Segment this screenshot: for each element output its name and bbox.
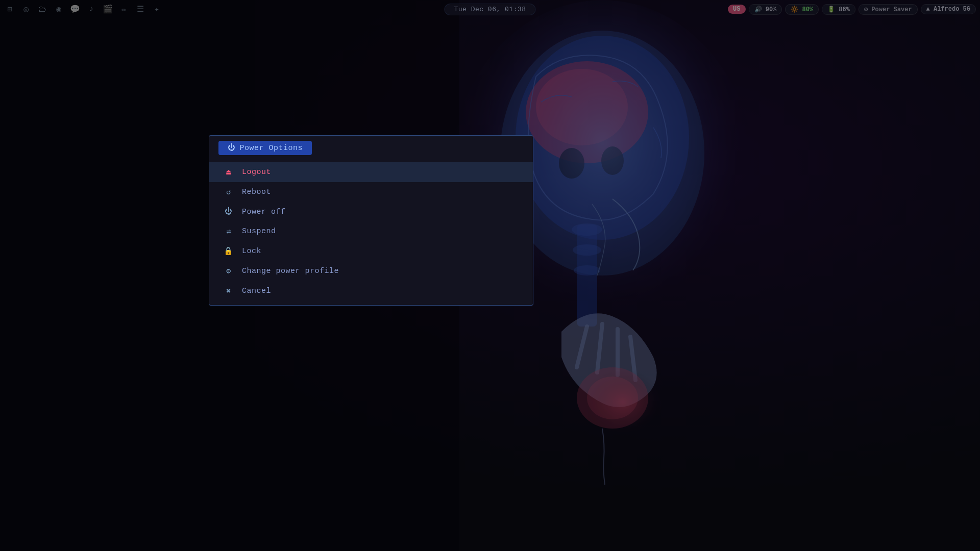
power-icon: ⏻	[228, 143, 236, 153]
suspend-icon: ⇌	[224, 227, 234, 236]
dialog-item-logout[interactable]: ⏏Logout	[209, 162, 533, 182]
dialog-items-list: ⏏Logout↺Reboot⏻Power off⇌Suspend🔒Lock⚙Ch…	[209, 161, 533, 305]
lock-label: Lock	[242, 247, 261, 256]
reboot-label: Reboot	[242, 188, 271, 196]
profile-icon: ⚙	[224, 266, 234, 276]
power-options-title: ⏻ Power Options	[218, 141, 312, 155]
dialog-item-poweroff[interactable]: ⏻Power off	[209, 202, 533, 221]
lock-icon: 🔒	[224, 246, 234, 256]
logout-label: Logout	[242, 168, 271, 177]
reboot-icon: ↺	[224, 187, 234, 197]
dialog-title-bar: ⏻ Power Options	[209, 136, 533, 161]
cancel-label: Cancel	[242, 287, 271, 295]
power-options-dialog: ⏻ Power Options ⏏Logout↺Reboot⏻Power off…	[209, 135, 533, 306]
dialog-title-text: Power Options	[240, 144, 303, 153]
dialog-item-lock[interactable]: 🔒Lock	[209, 241, 533, 261]
suspend-label: Suspend	[242, 227, 276, 236]
dialog-item-profile[interactable]: ⚙Change power profile	[209, 261, 533, 281]
profile-label: Change power profile	[242, 267, 339, 276]
dialog-item-suspend[interactable]: ⇌Suspend	[209, 221, 533, 241]
dialog-item-reboot[interactable]: ↺Reboot	[209, 182, 533, 202]
logout-icon: ⏏	[224, 167, 234, 177]
poweroff-icon: ⏻	[224, 207, 234, 216]
dialog-item-cancel[interactable]: ✖Cancel	[209, 281, 533, 301]
poweroff-label: Power off	[242, 208, 286, 216]
cancel-icon: ✖	[224, 286, 234, 296]
